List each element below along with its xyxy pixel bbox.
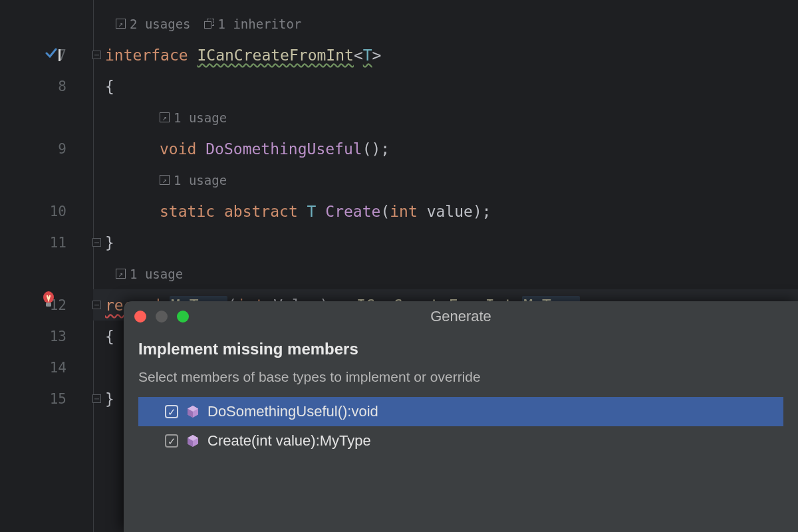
gutter-spacer bbox=[0, 164, 93, 196]
line-number: 15 bbox=[50, 391, 66, 407]
gutter-spacer bbox=[0, 258, 93, 289]
usages-hint[interactable]: ↗ 1 usage bbox=[160, 173, 227, 188]
type-name: ICanCreateFromInt bbox=[197, 47, 353, 64]
method-icon bbox=[186, 434, 200, 448]
line-number: 11 bbox=[50, 235, 66, 251]
usages-hint[interactable]: ↗ 1 usage bbox=[160, 110, 227, 125]
code-line-7[interactable]: interface ICanCreateFromInt<T> bbox=[93, 39, 798, 70]
code-line-9[interactable]: void DoSomethingUseful(); bbox=[93, 133, 798, 164]
keyword-void: void bbox=[160, 140, 196, 158]
keyword-abstract: abstract bbox=[224, 203, 298, 220]
gutter: 7 8 9 10 11 12 13 14 15 bbox=[0, 0, 93, 532]
type-parameter: T bbox=[307, 203, 317, 220]
paren: ); bbox=[473, 203, 491, 220]
gutter-line-12[interactable]: 12 bbox=[0, 289, 93, 321]
method-icon bbox=[186, 405, 200, 418]
keyword-int: int bbox=[390, 203, 418, 220]
gutter-line-8[interactable]: 8 bbox=[0, 70, 93, 102]
method-name: DoSomethingUseful bbox=[205, 140, 362, 158]
minimize-icon[interactable] bbox=[156, 311, 168, 323]
member-label: Create(int value):MyType bbox=[207, 432, 371, 450]
code-line-8[interactable]: { bbox=[93, 70, 798, 102]
fold-toggle-icon[interactable] bbox=[92, 394, 101, 403]
paren: ( bbox=[380, 203, 390, 220]
usages-icon: ↗ bbox=[160, 112, 170, 122]
fold-toggle-icon[interactable] bbox=[92, 51, 101, 59]
gutter-spacer bbox=[0, 102, 93, 133]
inlay-hint-row: ↗ 2 usages 1 inheritor bbox=[93, 8, 798, 39]
usages-hint[interactable]: ↗ 1 usage bbox=[116, 267, 183, 281]
usages-hint[interactable]: ↗ 2 usages bbox=[116, 17, 191, 31]
brace-close: } bbox=[105, 234, 114, 251]
code-line-11[interactable]: } bbox=[93, 227, 798, 258]
dialog-body: Implement missing members Select members… bbox=[124, 332, 798, 456]
dialog-heading: Implement missing members bbox=[138, 340, 783, 358]
gutter-line-14[interactable]: 14 bbox=[0, 352, 93, 383]
zoom-icon[interactable] bbox=[177, 311, 189, 323]
gutter-line-15[interactable]: 15 bbox=[0, 383, 93, 414]
line-number: 8 bbox=[58, 78, 66, 94]
inlay-hint-row: ↗ 1 usage bbox=[93, 102, 798, 133]
quickfix-bulb-icon[interactable] bbox=[41, 291, 56, 309]
line-number: 14 bbox=[50, 360, 66, 376]
svg-rect-1 bbox=[46, 303, 51, 307]
commit-checkmark-icon[interactable] bbox=[47, 47, 56, 62]
line-number: 10 bbox=[50, 203, 66, 219]
usages-text: 1 usage bbox=[174, 110, 227, 125]
checkbox-icon[interactable]: ✓ bbox=[165, 405, 178, 418]
dialog-titlebar[interactable]: Generate bbox=[124, 301, 798, 332]
dialog-title: Generate bbox=[124, 308, 798, 325]
keyword-static: static bbox=[160, 203, 215, 220]
gutter-line-13[interactable]: 13 bbox=[0, 321, 93, 352]
usages-icon: ↗ bbox=[160, 175, 170, 185]
brace-close: } bbox=[105, 390, 114, 408]
usages-icon: ↗ bbox=[116, 19, 126, 29]
member-label: DoSomethingUseful():void bbox=[207, 403, 378, 420]
signature: (); bbox=[362, 140, 390, 158]
window-controls bbox=[134, 301, 189, 332]
type-parameter: T bbox=[363, 47, 372, 64]
usages-text: 1 usage bbox=[130, 267, 183, 281]
method-name: Create bbox=[325, 203, 380, 220]
close-icon[interactable] bbox=[134, 311, 146, 323]
dialog-subtitle: Select members of base types to implemen… bbox=[138, 369, 783, 385]
inheritors-text: 1 inheritor bbox=[218, 17, 302, 31]
generate-dialog: Generate Implement missing members Selec… bbox=[124, 301, 798, 532]
member-row[interactable]: ✓ Create(int value):MyType bbox=[138, 426, 783, 456]
member-list: ✓ DoSomethingUseful():void ✓ Create(int … bbox=[138, 397, 783, 456]
code-line-10[interactable]: static abstract T Create(int value); bbox=[93, 196, 798, 227]
keyword-interface: interface bbox=[105, 47, 188, 64]
gutter-spacer bbox=[0, 8, 93, 39]
brace-open: { bbox=[105, 78, 114, 95]
inheritors-hint[interactable]: 1 inheritor bbox=[204, 17, 302, 31]
gutter-line-11[interactable]: 11 bbox=[0, 227, 93, 258]
fold-toggle-icon[interactable] bbox=[92, 301, 101, 309]
gutter-line-9[interactable]: 9 bbox=[0, 133, 93, 164]
brace-open: { bbox=[105, 328, 114, 345]
checkbox-icon[interactable]: ✓ bbox=[165, 434, 178, 448]
usages-icon: ↗ bbox=[116, 269, 126, 279]
inheritors-icon bbox=[204, 19, 214, 29]
caret-marker bbox=[59, 49, 61, 61]
gutter-line-10[interactable]: 10 bbox=[0, 196, 93, 227]
param-name: value bbox=[418, 203, 473, 220]
usages-text: 2 usages bbox=[130, 17, 191, 31]
gutter-line-7[interactable]: 7 bbox=[0, 39, 93, 70]
fold-toggle-icon[interactable] bbox=[92, 238, 101, 247]
member-row[interactable]: ✓ DoSomethingUseful():void bbox=[138, 397, 783, 426]
inlay-hint-row: ↗ 1 usage bbox=[93, 258, 798, 289]
inlay-hint-row: ↗ 1 usage bbox=[93, 164, 798, 196]
line-number: 13 bbox=[50, 329, 66, 344]
line-number: 9 bbox=[58, 141, 66, 157]
usages-text: 1 usage bbox=[174, 173, 227, 188]
